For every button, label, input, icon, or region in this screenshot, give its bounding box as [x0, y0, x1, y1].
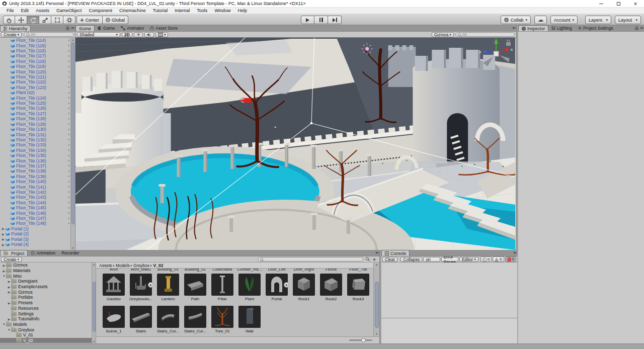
breadcrumb-item[interactable]: Assets	[99, 263, 112, 268]
hierarchy-scrollbar[interactable]: ▲ ▼	[70, 38, 75, 250]
scene-search-input[interactable]: All	[455, 32, 515, 37]
close-button[interactable]	[627, 0, 644, 8]
hierarchy-create-button[interactable]: Create	[1, 32, 22, 37]
tab-project[interactable]: Project	[0, 250, 28, 256]
prefab-expand-arrow[interactable]: ›	[68, 132, 69, 137]
asset-item-tree01[interactable]: Tree_01	[209, 306, 236, 333]
hierarchy-item[interactable]: Floor_Tile (123) ›	[0, 85, 70, 90]
prefab-expand-arrow[interactable]: ›	[68, 195, 69, 200]
breadcrumb-item[interactable]: Greybox	[133, 263, 149, 268]
hierarchy-item[interactable]: Floor_Tile (116) ›	[0, 48, 70, 53]
asset-item-path[interactable]: Path	[182, 274, 209, 301]
audio-toggle-button[interactable]	[144, 32, 154, 37]
account-button[interactable]: Account	[550, 16, 578, 24]
asset-item-stairs-curved-2[interactable]: Stairs_Cur...	[182, 306, 209, 333]
folder-row[interactable]: ▼Misc	[0, 273, 92, 279]
asset-item-stairs-curved-1[interactable]: Stairs_Cur...	[154, 306, 182, 333]
prefab-expand-arrow[interactable]: ›	[68, 174, 69, 179]
hierarchy-item[interactable]: ▶ Portal (3)	[0, 237, 70, 242]
hierarchy-item[interactable]: Floor_Tile (121) ›	[0, 74, 70, 79]
asset-item-stairs[interactable]: Stairs	[127, 306, 154, 333]
hierarchy-item[interactable]: Floor_Tile (125) ›	[0, 101, 70, 106]
hierarchy-item[interactable]: Floor_Tile (114) ›	[0, 38, 70, 43]
asset-item-rock3[interactable]: Rock3	[345, 274, 372, 301]
scale-tool-button[interactable]	[39, 16, 51, 24]
expand-triangle-icon[interactable]: ▶	[2, 243, 6, 246]
breadcrumb-item[interactable]: Models	[116, 263, 129, 268]
folder-row[interactable]: ▼Models	[0, 322, 92, 327]
hierarchy-item[interactable]: Floor_Tile (145) ›	[0, 205, 70, 210]
hierarchy-item[interactable]: Floor_Tile (140) ›	[0, 179, 70, 184]
prefab-expand-arrow[interactable]: ›	[68, 190, 69, 194]
hierarchy-item[interactable]: Floor_Tile (147) ›	[0, 216, 70, 221]
menu-item[interactable]: Tools	[193, 8, 211, 13]
hierarchy-item[interactable]: Floor_Tile (134) ›	[0, 148, 70, 153]
effects-dropdown[interactable]	[155, 32, 169, 37]
minimize-button[interactable]	[593, 0, 610, 8]
prefab-expand-arrow[interactable]: ›	[68, 127, 69, 132]
tab-console[interactable]: Console	[381, 250, 410, 256]
tab-hierarchy[interactable]: Hierarchy	[0, 25, 31, 31]
transform-tool-button[interactable]	[63, 16, 75, 24]
prefab-expand-arrow[interactable]: ›	[68, 211, 69, 215]
draw-mode-dropdown[interactable]: Shaded	[77, 32, 120, 37]
console-clear-button[interactable]: Clear	[382, 257, 397, 262]
prefab-expand-arrow[interactable]: ›	[68, 106, 69, 111]
panel-menu-icon[interactable]	[512, 26, 515, 30]
expand-triangle-icon[interactable]: ▶	[2, 237, 6, 241]
tab-animation[interactable]: Animation	[28, 250, 58, 256]
prefab-expand-arrow[interactable]: ›	[68, 143, 69, 147]
folder-row[interactable]: ▶Gizmos	[0, 289, 92, 295]
console-error-pause-button[interactable]: Error Pause	[441, 257, 458, 262]
asset-item-pillar[interactable]: Pillar	[209, 274, 236, 301]
layout-button[interactable]: Layout	[615, 16, 641, 24]
move-tool-button[interactable]	[15, 16, 27, 24]
hierarchy-item[interactable]: Floor_Tile (133) ›	[0, 142, 70, 147]
project-create-button[interactable]: Create	[1, 257, 22, 262]
hierarchy-item[interactable]: Floor_Tile (119) ›	[0, 64, 70, 69]
hierarchy-item[interactable]: Floor_Tile (135) ›	[0, 153, 70, 158]
prefab-expand-arrow[interactable]: ›	[68, 158, 69, 163]
panel-menu-icon[interactable]	[375, 251, 378, 255]
folder-row[interactable]: ▶TutorialInfo	[0, 316, 92, 322]
prefab-expand-arrow[interactable]: ›	[68, 137, 69, 142]
folder-tree-scrollbar[interactable]: ▲ ▼	[92, 263, 96, 343]
panel-menu-icon[interactable]	[513, 251, 516, 255]
menu-item[interactable]: GameObject	[53, 8, 86, 13]
prefab-expand-arrow[interactable]: ›	[68, 216, 69, 221]
gizmos-dropdown[interactable]: Gizmos	[432, 32, 454, 37]
hierarchy-search-input[interactable]: All	[24, 32, 74, 37]
folder-row[interactable]: ▶Demigiant	[0, 279, 92, 284]
prefab-expand-arrow[interactable]: ›	[68, 117, 69, 121]
expand-triangle-icon[interactable]: ▶	[2, 232, 6, 236]
collab-button[interactable]: ✓Collab	[501, 16, 531, 24]
rect-tool-button[interactable]	[51, 16, 63, 24]
warning-filter-button[interactable]: 0	[493, 256, 504, 262]
prefab-expand-arrow[interactable]: ›	[68, 91, 69, 95]
console-editor-dropdown[interactable]: Editor	[459, 257, 478, 262]
folder-row[interactable]: ▶Gizmos	[0, 263, 92, 268]
layers-button[interactable]: Layers	[585, 16, 611, 24]
expand-badge-icon[interactable]	[284, 282, 289, 288]
asset-item-rock2[interactable]: Rock2	[317, 274, 345, 301]
prefab-expand-arrow[interactable]: ›	[68, 163, 69, 168]
asset-item-scene1[interactable]: Scene_1	[100, 306, 127, 333]
prefab-expand-arrow[interactable]: ›	[68, 180, 69, 184]
menu-item[interactable]: Tutorial	[149, 8, 172, 13]
hierarchy-item[interactable]: Floor_Tile (142) ›	[0, 190, 70, 195]
tab-asset-store[interactable]: Asset Store	[147, 25, 181, 31]
tab-project-settings[interactable]: ⚙ Project Settings	[575, 25, 616, 31]
panel-menu-icon[interactable]	[71, 26, 74, 30]
menu-item[interactable]: Assets	[32, 8, 53, 13]
pivot-center-button[interactable]: Center	[76, 16, 103, 24]
hierarchy-item[interactable]: Floor_Tile (141) ›	[0, 184, 70, 189]
expand-triangle-icon[interactable]: ▶	[2, 227, 6, 230]
prefab-expand-arrow[interactable]: ›	[68, 153, 69, 158]
hierarchy-item[interactable]: Floor_Tile (117) ›	[0, 53, 70, 58]
hierarchy-item[interactable]: Floor_Tile (132) ›	[0, 137, 70, 142]
prefab-expand-arrow[interactable]: ›	[68, 38, 69, 43]
info-filter-button[interactable]: !0	[480, 256, 492, 262]
menu-item[interactable]: Window	[211, 8, 234, 13]
console-clear-on-play-button[interactable]: Clear on Play	[423, 257, 440, 262]
hierarchy-item[interactable]: Floor_Tile (138) ›	[0, 168, 70, 173]
